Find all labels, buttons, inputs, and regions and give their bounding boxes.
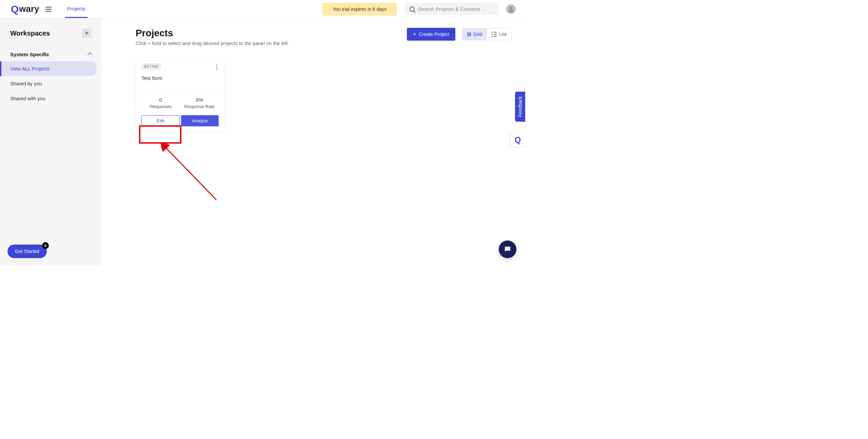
trial-banner: You trial expires in 6 days xyxy=(322,3,397,16)
search-box[interactable] xyxy=(405,3,498,15)
search-icon xyxy=(410,6,415,12)
sidebar: Workspaces + System Specific View ALL Pr… xyxy=(0,18,102,266)
add-workspace-button[interactable]: + xyxy=(82,28,92,38)
menu-icon[interactable] xyxy=(45,7,52,12)
responses-value: 0 xyxy=(141,97,180,103)
view-list-button[interactable]: List xyxy=(487,28,511,40)
main-header: Projects Click + hold to select and drag… xyxy=(136,28,512,46)
chevron-up-icon xyxy=(87,52,92,57)
view-grid-label: Grid xyxy=(473,32,482,37)
workspaces-title: Workspaces xyxy=(10,29,50,37)
plus-icon: + xyxy=(413,31,416,37)
get-started-label: Get Started xyxy=(15,249,39,254)
card-stats: 0 Responses 0% Response Rate xyxy=(141,90,219,109)
header-right: You trial expires in 6 days xyxy=(322,3,518,16)
feedback-tab[interactable]: Feedback xyxy=(515,91,525,122)
rate-label: Response Rate xyxy=(180,104,219,109)
workspace-section[interactable]: System Specific xyxy=(5,47,97,61)
chat-icon xyxy=(504,245,512,253)
create-project-label: Create Project xyxy=(419,32,449,37)
get-started-button[interactable]: Get Started 4 xyxy=(7,245,47,258)
logo-text: wary xyxy=(19,4,39,14)
card-title: Test form xyxy=(141,75,219,81)
get-started-badge: 4 xyxy=(42,242,49,249)
view-grid-button[interactable]: Grid xyxy=(462,28,487,40)
sidebar-item-shared-with-you[interactable]: Shared with you xyxy=(0,91,97,106)
logo[interactable]: Qwary xyxy=(11,3,39,15)
main-content: Projects Click + hold to select and drag… xyxy=(102,18,525,266)
stat-rate: 0% Response Rate xyxy=(180,97,219,109)
workspaces-header: Workspaces + xyxy=(5,28,97,38)
analyze-button[interactable]: Analyze xyxy=(181,115,219,126)
grid-icon xyxy=(467,33,471,36)
logo-q-icon: Q xyxy=(11,3,19,15)
page-subtitle: Click + hold to select and drag desired … xyxy=(136,41,289,46)
view-list-label: List xyxy=(499,32,507,37)
app-header: Qwary Projects You trial expires in 6 da… xyxy=(0,0,525,18)
project-card[interactable]: ACTIVE Test form 0 Responses 0% Response… xyxy=(136,58,224,132)
sidebar-item-all-projects[interactable]: View ALL Projects xyxy=(0,61,97,76)
status-badge: ACTIVE xyxy=(141,63,161,70)
svg-point-0 xyxy=(510,7,512,9)
person-icon xyxy=(508,6,514,13)
stat-responses: 0 Responses xyxy=(141,97,180,109)
card-menu-icon[interactable] xyxy=(215,63,219,71)
edit-button[interactable]: Edit xyxy=(141,115,180,126)
feedback-logo-icon[interactable]: Q xyxy=(510,133,525,147)
tab-projects[interactable]: Projects xyxy=(65,0,87,18)
header-tabs: Projects xyxy=(65,0,87,18)
user-avatar[interactable] xyxy=(506,4,516,14)
search-input[interactable] xyxy=(418,6,493,12)
view-toggle: Grid List xyxy=(462,28,512,40)
chat-bubble-button[interactable] xyxy=(499,241,516,258)
list-icon xyxy=(492,32,497,37)
rate-value: 0% xyxy=(180,97,219,103)
workspace-section-label: System Specific xyxy=(10,51,49,57)
sidebar-item-shared-by-you[interactable]: Shared by you xyxy=(0,76,97,91)
responses-label: Responses xyxy=(141,104,180,109)
create-project-button[interactable]: + Create Project xyxy=(407,28,455,41)
page-title: Projects xyxy=(136,28,289,39)
